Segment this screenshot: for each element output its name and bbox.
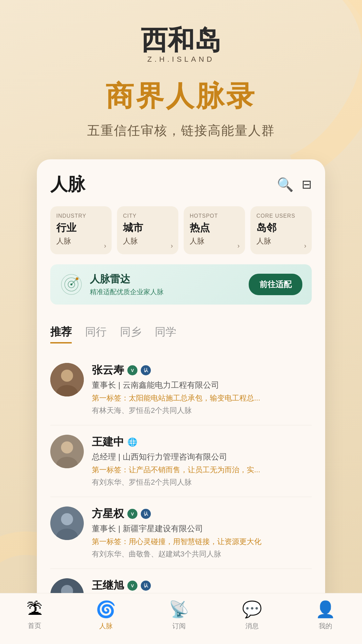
person-name-4: 王继旭 xyxy=(92,578,124,593)
category-city-label: CITY xyxy=(123,213,172,219)
category-industry-label: INDUSTRY xyxy=(56,213,106,219)
category-arrow-4: › xyxy=(304,242,306,250)
radar-left: 人脉雷达 精准适配优质企业家人脉 xyxy=(60,272,164,297)
person-title-1: 董事长 | 云南鑫能电力工程有限公司 xyxy=(92,380,312,390)
radar-section: 人脉雷达 精准适配优质企业家人脉 前往适配 xyxy=(37,264,325,315)
category-industry-name: 行业 xyxy=(56,221,106,235)
person-tag-1: 第一标签：太阳能电站施工总承包，输变电工程总... xyxy=(92,392,312,404)
tab-hometown[interactable]: 同乡 xyxy=(120,325,141,343)
category-city-name: 城市 xyxy=(123,221,172,235)
person-mutual-1: 有林天海、罗恒岳2个共同人脉 xyxy=(92,406,312,416)
person-name-row-2: 王建中 🌐 xyxy=(92,435,312,449)
person-item-1[interactable]: 张云寿 V 认 董事长 | 云南鑫能电力工程有限公司 第一标签：太阳能电站施工总… xyxy=(50,354,312,425)
bottom-nav: 🏝 首页 🌀 人脉 📡 订阅 💬 消息 👤 我的 xyxy=(0,593,362,644)
badge-cert-3: 认 xyxy=(141,509,151,519)
badge-cert-1: 认 xyxy=(141,365,151,375)
person-name-2: 王建中 xyxy=(92,435,124,449)
logo-sub: Z.H.ISLAND xyxy=(147,55,215,64)
category-arrow-3: › xyxy=(237,242,240,250)
badge-v-3: V xyxy=(127,509,137,519)
category-hotspot-name: 热点 xyxy=(190,221,239,235)
avatar-svg-2 xyxy=(50,435,84,468)
person-title-2: 总经理 | 山西知行力管理咨询有限公司 xyxy=(92,451,312,462)
logo-main: 西和岛 xyxy=(141,27,221,54)
nav-profile-icon: 👤 xyxy=(315,600,336,619)
nav-subscribe-icon: 📡 xyxy=(169,600,189,619)
person-avatar-1 xyxy=(50,363,84,396)
person-title-3: 董事长 | 新疆宇星建设有限公司 xyxy=(92,523,312,534)
badge-v-4: V xyxy=(127,581,137,591)
radar-banner[interactable]: 人脉雷达 精准适配优质企业家人脉 前往适配 xyxy=(50,264,312,305)
category-hotspot-label: HOTSPOT xyxy=(190,213,239,219)
person-list: 张云寿 V 认 董事长 | 云南鑫能电力工程有限公司 第一标签：太阳能电站施工总… xyxy=(37,354,325,628)
badge-cert-4: 认 xyxy=(141,581,151,591)
main-card: 人脉 🔍 ⊟ INDUSTRY 行业 人脉 › CITY 城市 人脉 › xyxy=(37,159,325,628)
svg-point-7 xyxy=(61,370,73,382)
person-name-3: 方星权 xyxy=(92,506,124,521)
svg-point-5 xyxy=(76,277,78,280)
person-name-row-4: 王继旭 V 认 xyxy=(92,578,312,593)
radar-svg-icon xyxy=(60,273,83,296)
tab-peers[interactable]: 同行 xyxy=(85,325,107,343)
category-industry[interactable]: INDUSTRY 行业 人脉 › xyxy=(50,206,112,254)
badge-v-1: V xyxy=(127,365,137,375)
svg-point-13 xyxy=(61,513,73,525)
svg-point-10 xyxy=(61,441,73,453)
person-name-1: 张云寿 xyxy=(92,363,124,378)
nav-profile-label: 我的 xyxy=(319,622,332,631)
avatar-svg-1 xyxy=(50,363,84,396)
category-grid: INDUSTRY 行业 人脉 › CITY 城市 人脉 › HOTSPOT 热点… xyxy=(50,206,312,254)
radar-title: 人脉雷达 xyxy=(90,272,164,286)
person-item-2[interactable]: 王建中 🌐 总经理 | 山西知行力管理咨询有限公司 第一标签：让产品不销而售，让… xyxy=(50,425,312,497)
tab-alumni[interactable]: 同学 xyxy=(155,325,176,343)
category-hotspot[interactable]: HOTSPOT 热点 人脉 › xyxy=(184,206,245,254)
nav-messages-label: 消息 xyxy=(245,622,259,631)
category-core-sub: 人脉 xyxy=(256,236,306,246)
category-core-name: 岛邻 xyxy=(256,221,306,235)
nav-profile[interactable]: 👤 我的 xyxy=(315,600,336,631)
person-avatar-2 xyxy=(50,435,84,468)
tabs-section: 推荐 同行 同乡 同学 xyxy=(37,315,325,343)
person-name-row-1: 张云寿 V 认 xyxy=(92,363,312,378)
header-icons: 🔍 ⊟ xyxy=(277,177,312,193)
category-arrow-1: › xyxy=(104,242,106,250)
category-industry-sub: 人脉 xyxy=(56,236,106,246)
logo-area: 西和岛 Z.H.ISLAND xyxy=(141,27,221,64)
person-name-row-3: 方星权 V 认 xyxy=(92,506,312,521)
nav-home-icon: 🏝 xyxy=(26,600,43,619)
card-title: 人脉 xyxy=(50,173,85,196)
nav-messages[interactable]: 💬 消息 xyxy=(242,600,262,631)
radar-text: 人脉雷达 精准适配优质企业家人脉 xyxy=(90,272,164,297)
person-tag-3: 第一标签：用心灵碰撞，用智慧链接，让资源更大化 xyxy=(92,536,312,547)
person-info-2: 王建中 🌐 总经理 | 山西知行力管理咨询有限公司 第一标签：让产品不销而售，让… xyxy=(92,435,312,487)
person-info-3: 方星权 V 认 董事长 | 新疆宇星建设有限公司 第一标签：用心灵碰撞，用智慧链… xyxy=(92,506,312,559)
radar-subtitle: 精准适配优质企业家人脉 xyxy=(90,287,164,297)
person-mutual-3: 有刘东华、曲敬鲁、赵建斌3个共同人脉 xyxy=(92,549,312,559)
category-hotspot-sub: 人脉 xyxy=(190,236,239,246)
nav-contacts-icon: 🌀 xyxy=(96,600,116,619)
category-city[interactable]: CITY 城市 人脉 › xyxy=(117,206,178,254)
nav-home-label: 首页 xyxy=(28,621,41,630)
hero-title: 商界人脉录 xyxy=(106,77,256,115)
person-mutual-2: 有刘东华、罗恒岳2个共同人脉 xyxy=(92,477,312,487)
tab-recommended[interactable]: 推荐 xyxy=(50,325,72,343)
radar-button[interactable]: 前往适配 xyxy=(249,274,302,295)
category-core[interactable]: CORE USERS 岛邻 人脉 › xyxy=(250,206,312,254)
avatar-svg-3 xyxy=(50,506,84,540)
tabs-row: 推荐 同行 同乡 同学 xyxy=(50,325,312,343)
badge-globe-2: 🌐 xyxy=(127,437,137,447)
category-city-sub: 人脉 xyxy=(123,236,172,246)
search-icon[interactable]: 🔍 xyxy=(277,177,294,193)
person-avatar-3 xyxy=(50,506,84,540)
nav-subscribe[interactable]: 📡 订阅 xyxy=(169,600,189,631)
person-info-1: 张云寿 V 认 董事长 | 云南鑫能电力工程有限公司 第一标签：太阳能电站施工总… xyxy=(92,363,312,416)
nav-subscribe-label: 订阅 xyxy=(172,622,186,631)
category-arrow-2: › xyxy=(171,242,173,250)
nav-messages-icon: 💬 xyxy=(242,600,262,619)
filter-icon[interactable]: ⊟ xyxy=(302,177,312,192)
hero-subtitle: 五重信任审核，链接高能量人群 xyxy=(87,122,275,139)
nav-home[interactable]: 🏝 首页 xyxy=(26,600,43,631)
nav-contacts[interactable]: 🌀 人脉 xyxy=(96,600,116,631)
person-item-3[interactable]: 方星权 V 认 董事长 | 新疆宇星建设有限公司 第一标签：用心灵碰撞，用智慧链… xyxy=(50,497,312,569)
nav-contacts-label: 人脉 xyxy=(99,622,113,631)
